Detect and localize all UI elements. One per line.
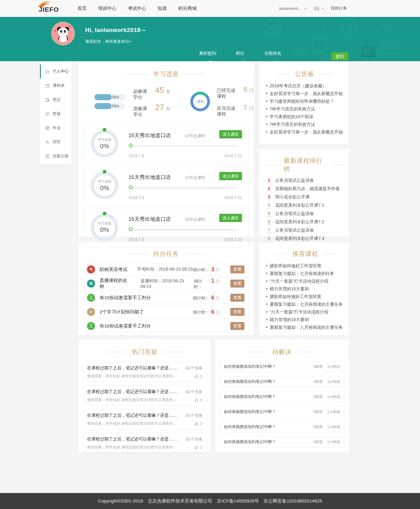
username-dropdown[interactable]: lanlanwork... — [279, 6, 302, 11]
sign-in-button[interactable]: 签到 — [331, 52, 348, 60]
chevron-down-icon[interactable]: ▾ — [305, 7, 306, 10]
course-list: 学习进度 0% 15天秀出地道口语 10节总课时 进入课堂 2018.7.8 2… — [83, 124, 249, 247]
pending-item[interactable]: 如何将截图添加到笔记中啊？0回答1小时前 — [220, 436, 344, 447]
enter-class-button[interactable]: 进入课堂 — [219, 172, 242, 180]
thumbs-up-icon — [195, 374, 199, 378]
recommend-item[interactable]: “六天一套题”打卡活动流程介绍 — [266, 277, 345, 285]
countdown: 倒计时：1天 — [194, 278, 220, 290]
pending-item[interactable]: 如何将截图添加到笔记中啊？0回答1小时前 — [220, 391, 344, 402]
greeting-text: Hi, lanlanwork2018～ — [85, 26, 147, 34]
pending-questions-card: 待解决 如何将截图添加到笔记中啊？0回答1小时前 如何将截图添加到笔记中啊？0回… — [215, 339, 349, 452]
pending-item[interactable]: 如何将截图添加到笔记中啊？0回答1小时前 — [220, 406, 344, 417]
ranking-item[interactable]: 1公务员笔试公益讲座 — [267, 177, 344, 186]
pending-questions-title: 待解决 — [215, 348, 349, 356]
qa-item[interactable]: 在课程过期了之后，笔记还可以看嘛？还是……共2个答案 最佳答案：同学你好 课程过… — [83, 409, 206, 430]
elective-credit-bar: 56% — [94, 103, 125, 109]
open-book-icon — [45, 126, 50, 130]
slider-knob[interactable] — [129, 185, 133, 189]
notice-item[interactable]: 走好英语学习第一步：就从新概念开始 — [266, 128, 343, 136]
nav-item-points-mall[interactable]: 积分商城 — [178, 6, 197, 11]
sidebar-item-visitor-log[interactable]: 访客记录 — [40, 149, 71, 163]
course-progress-ring: 学习进度 0% — [91, 172, 118, 199]
ranking-item[interactable]: 3明小花水彩公开课 — [267, 194, 344, 202]
exam-badge-icon: 考 — [87, 265, 95, 273]
course-title[interactable]: 15天秀出地道口语 — [129, 216, 171, 223]
slider-knob[interactable] — [129, 227, 133, 231]
likes[interactable]: 2 — [195, 445, 202, 450]
nav-item-exam-center[interactable]: 考试中心 — [128, 6, 146, 11]
logo[interactable]: JIEFO — [39, 3, 59, 13]
recommend-item[interactable]: 精力管理的10大要则 — [266, 316, 345, 324]
expected-courses: 应当完成课程 7 门 — [217, 104, 254, 117]
plan-badge-icon: 计 — [87, 308, 95, 316]
home-icon — [45, 69, 50, 74]
notice-item[interactable]: 2018年考试日历（建议收藏） — [266, 82, 343, 90]
qa-item[interactable]: 在课程过期了之后，笔记还可以看嘛？还是……共2个答案 最佳答案：同学你好 课程过… — [83, 385, 206, 406]
notice-item[interactable]: 学习者易犯的10个错误 — [266, 113, 343, 121]
enter-class-button[interactable]: 进入课堂 — [219, 214, 242, 222]
slider-knob[interactable] — [129, 144, 133, 147]
qa-item[interactable]: 在课程过期了之后，笔记还可以看嘛？还是……共2个答案 最佳答案：同学你好 课程过… — [83, 433, 206, 453]
hot-qa-card: 热门答疑 在课程过期了之后，笔记还可以看嘛？还是……共2个答案 最佳答案：同学你… — [78, 339, 211, 452]
course-title[interactable]: 15天秀出地道口语 — [129, 132, 171, 139]
ranking-item[interactable]: 4花间意系列水彩公开课7.1 — [267, 202, 344, 211]
course-progress-slider[interactable] — [129, 145, 238, 147]
recommend-item[interactable]: 暑期复习规划：七月份阅读的主要任务 — [266, 300, 345, 308]
progress-dot — [103, 170, 106, 173]
view-button[interactable]: 查看 — [230, 322, 244, 330]
notice-item[interactable]: 学习建造师能给你带来哪些好处？ — [266, 97, 343, 105]
countdown: 倒计时：3天 — [193, 266, 220, 273]
sidebar-item-classmates[interactable]: 同学 — [40, 135, 71, 149]
todo-row-grading: 工 有10份试卷需要手工判分 查看 — [83, 320, 249, 332]
sidebar-item-personal-center[interactable]: 个人中心 — [40, 64, 71, 78]
notice-item[interactable]: 走好英语学习第一步：就从新概念开始 — [266, 90, 343, 97]
avatar[interactable]: ♥ ♥ — [51, 22, 75, 46]
nav-item-training-center[interactable]: 培训中心 — [98, 6, 117, 11]
notice-item[interactable]: 7种学习语言的有效方法 — [266, 121, 343, 128]
course-progress-slider[interactable] — [129, 187, 238, 189]
view-button[interactable]: 查看 — [230, 265, 244, 273]
view-button[interactable]: 查看 — [230, 280, 244, 288]
messages-dropdown[interactable]: ▾ — [314, 6, 323, 10]
course-progress-slider[interactable] — [129, 229, 238, 230]
ranking-item[interactable]: 7公务员笔试公益讲座 — [267, 227, 344, 236]
recommend-item[interactable]: “六天一套题”打卡活动流程介绍 — [266, 308, 345, 316]
notice-item[interactable]: 7种学习语言的有效方法 — [266, 105, 343, 113]
logo-flame-icon — [38, 0, 52, 8]
nav-item-know[interactable]: 知道 — [158, 6, 167, 11]
course-title[interactable]: 15天秀出地道口语 — [129, 174, 171, 181]
pending-item[interactable]: 如何将截图添加到笔记中啊？0回答1小时前 — [220, 361, 344, 372]
sidebar-item-qa[interactable]: 答疑 — [40, 107, 71, 121]
invite-friends-link[interactable]: 邀请好友，获得更多积分> — [85, 39, 147, 44]
ranking-item[interactable]: 5公务员笔试公益讲座 — [267, 211, 344, 219]
course-start-date: 2018.7.8 — [129, 237, 144, 242]
recommend-item[interactable]: 暑期复习规划：八月份阅读的主要任务 — [266, 324, 345, 331]
my-orders-link[interactable]: 我的订单 — [331, 6, 347, 11]
qa-item[interactable]: 在课程过期了之后，笔记还可以看嘛？还是……共2个答案 最佳答案：同学你好 课程过… — [83, 362, 206, 382]
view-button[interactable]: 查看 — [230, 308, 244, 316]
likes[interactable]: 2 — [195, 422, 202, 426]
recommend-item[interactable]: 暑期复习规划：七月份阅读的任务 — [266, 270, 345, 277]
nav-item-home[interactable]: 首页 — [77, 6, 87, 11]
document-list-icon — [45, 154, 50, 159]
enter-class-button[interactable]: 进入课堂 — [219, 130, 242, 138]
ranking-item[interactable]: 2后期做好那几步，能迅速提升价值 — [267, 186, 344, 194]
recommend-item[interactable]: 摄影师如何做好工作室经营 — [266, 293, 345, 300]
recommended-courses-card: 推荐课程 摄影师如何做好工作室经营 暑期复习规划：七月份阅读的任务 “六天一套题… — [259, 242, 349, 335]
sidebar-item-homework[interactable]: 作业 — [40, 121, 71, 135]
sidebar-item-notes[interactable]: 笔记 — [40, 93, 71, 107]
recommend-item[interactable]: 摄影师如何做好工作室经营 — [266, 262, 345, 270]
sidebar-item-timetable[interactable]: 课程表 — [40, 78, 71, 93]
pending-item[interactable]: 如何将截图添加到笔记中啊？0回答1小时前 — [220, 376, 344, 387]
chat-bubble-icon — [45, 112, 50, 116]
pending-item[interactable]: 如何将截图添加到笔记中啊？0回答1小时前 — [220, 421, 344, 432]
view-button[interactable]: 查看 — [230, 294, 244, 302]
likes[interactable]: 2 — [195, 398, 202, 402]
completion-donut: 26% — [190, 92, 210, 111]
recommend-item[interactable]: 精力管理的10大要则 — [266, 285, 345, 293]
course-lessons: 10节总课时 — [185, 133, 205, 139]
ranking-item[interactable]: 6花间意系列水彩公开课7.2 — [267, 219, 344, 227]
likes[interactable]: 2 — [195, 374, 202, 379]
recommend-list: 摄影师如何做好工作室经营 暑期复习规划：七月份阅读的任务 “六天一套题”打卡活动… — [266, 262, 345, 331]
countdown: 倒计时：6天 — [193, 309, 220, 315]
